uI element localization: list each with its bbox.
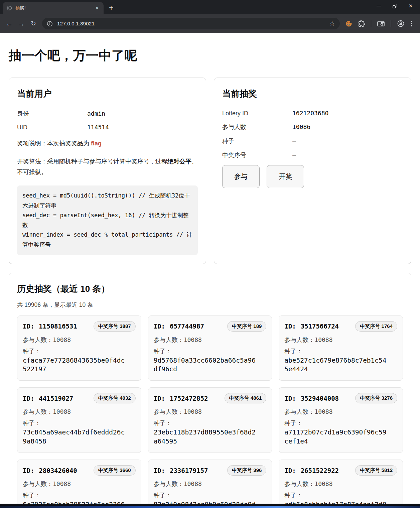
winner-badge: 中奖序号 189	[227, 321, 266, 332]
new-tab-button[interactable]: +	[109, 4, 113, 12]
history-participants-value: 10088	[53, 336, 71, 343]
history-seed-value: 9d5768f0a33cc6602ba66c5a96df96cd	[154, 356, 257, 374]
history-id-value: 441519027	[39, 395, 73, 402]
site-info-icon[interactable]	[47, 21, 53, 27]
history-id-value: 2336179157	[170, 467, 208, 474]
draw-button[interactable]: 开奖	[267, 165, 304, 188]
history-id-label: ID:	[284, 395, 296, 402]
tab-close-icon[interactable]: ✕	[95, 6, 100, 11]
history-participants-label: 参与人数：	[23, 481, 53, 487]
current-user-card: 当前用户 身份 admin UID 114514 奖项说明：本次抽奖奖品为 fl…	[9, 78, 206, 264]
extensions-puzzle-icon[interactable]	[358, 20, 365, 27]
history-seed-value: cfaca77e77286843635be0f4dc522197	[23, 356, 126, 374]
reload-button[interactable]: ↻	[27, 20, 39, 27]
history-participants-label: 参与人数：	[154, 337, 184, 343]
browser-window: 抽奖! ✕ + ✕ ← → ↻ 127.0.0.1:39021 ☆	[0, 0, 420, 508]
window-minimize-button[interactable]	[376, 3, 381, 9]
prize-flag-highlight: flag	[91, 140, 102, 147]
browser-titlebar: 抽奖! ✕ + ✕	[0, 0, 420, 14]
history-card: 历史抽奖（最近 10 条） 共 19906 条，显示最近 10 条 ID:115…	[9, 273, 411, 508]
history-seed-value: 23ebc118b237d889550e3f68d2a64595	[154, 428, 257, 446]
history-id-value: 657744987	[170, 323, 204, 330]
browser-tab[interactable]: 抽奖! ✕	[3, 2, 104, 14]
history-participants-value: 10088	[184, 480, 202, 487]
winner-badge: 中奖序号 4032	[94, 393, 136, 403]
lottery-id-value: 1621203680	[292, 110, 403, 117]
history-item: ID:2651522922中奖序号 5812 参与人数：10088 种子： cd…	[279, 460, 403, 508]
user-card-title: 当前用户	[17, 88, 198, 100]
bookmark-star-icon[interactable]: ☆	[329, 20, 335, 27]
history-id-label: ID:	[23, 467, 34, 474]
url-text[interactable]: 127.0.0.1:39021	[57, 21, 329, 27]
history-participants-value: 10088	[184, 336, 202, 343]
search-side-panel-icon[interactable]	[377, 20, 385, 27]
history-id-label: ID:	[284, 467, 296, 474]
forward-button[interactable]: →	[15, 20, 27, 28]
lottery-id-label: Lottery ID	[222, 110, 292, 117]
seed-row: 种子 –	[222, 137, 403, 145]
history-participants-value: 10088	[314, 408, 332, 415]
history-participants-label: 参与人数：	[23, 337, 53, 343]
history-participants-value: 10088	[314, 480, 332, 487]
history-seed-label: 种子：	[23, 491, 136, 499]
history-seed-label: 种子：	[284, 347, 397, 355]
winner-badge: 中奖序号 3660	[94, 465, 136, 476]
algorithm-bold-text: 绝对公平	[167, 158, 191, 165]
history-grid: ID:1150816531中奖序号 3887 参与人数：10088 种子： cf…	[17, 315, 403, 508]
prize-note-text: 奖项说明：本次抽奖奖品为	[17, 140, 91, 147]
uid-row: UID 114514	[17, 124, 198, 131]
history-participants-label: 参与人数：	[154, 408, 184, 415]
history-participants-value: 10088	[184, 408, 202, 415]
history-participants-label: 参与人数：	[284, 481, 314, 487]
history-seed-label: 种子：	[23, 347, 136, 355]
algorithm-note: 开奖算法：采用随机种子与参与序号计算中奖序号，过程绝对公平、不可操纵。	[17, 156, 198, 178]
winner-badge: 中奖序号 396	[227, 465, 266, 476]
history-id-label: ID:	[23, 323, 34, 330]
screen-bottom-edge	[0, 504, 420, 508]
window-restore-button[interactable]	[392, 3, 397, 9]
history-seed-label: 种子：	[23, 419, 136, 427]
history-seed-label: 种子：	[154, 491, 267, 499]
winner-badge: 中奖序号 1764	[355, 321, 397, 332]
history-seed-value: 73c845a69aec44b7df6eddd26c9a8458	[23, 428, 126, 446]
identity-value: admin	[87, 110, 198, 117]
window-close-button[interactable]: ✕	[408, 3, 413, 9]
history-participants-label: 参与人数：	[154, 481, 184, 487]
winner-badge: 中奖序号 3887	[94, 321, 136, 332]
address-bar[interactable]: 127.0.0.1:39021 ☆	[42, 18, 340, 29]
history-item: ID:1150816531中奖序号 3887 参与人数：10088 种子： cf…	[17, 315, 141, 381]
browser-toolbar: ← → ↻ 127.0.0.1:39021 ☆	[0, 14, 420, 33]
history-seed-label: 种子：	[154, 419, 267, 427]
identity-row: 身份 admin	[17, 110, 198, 118]
algorithm-note-text: 开奖算法：采用随机种子与参与序号计算中奖序号，过程	[17, 158, 167, 165]
winner-badge: 中奖序号 4861	[225, 393, 267, 403]
favicon-globe-icon	[7, 5, 12, 11]
cookie-icon[interactable]	[345, 20, 353, 27]
current-lottery-card: 当前抽奖 Lottery ID 1621203680 参与人数 10086 种子…	[214, 78, 411, 264]
history-seed-value: a71172b07c7d1a9c6390f96c59cef1e4	[284, 428, 387, 446]
uid-value: 114514	[87, 124, 198, 131]
algorithm-code-block: seed_hex = md5(uuid().toString()) // 生成随…	[17, 185, 198, 255]
window-controls: ✕	[369, 3, 420, 9]
participants-row: 参与人数 10086	[222, 123, 403, 131]
history-id-label: ID:	[154, 395, 165, 402]
winner-index-row: 中奖序号 –	[222, 151, 403, 159]
history-participants-value: 10088	[53, 408, 71, 415]
participants-value: 10086	[292, 123, 403, 130]
profile-icon[interactable]	[397, 20, 405, 27]
uid-label: UID	[17, 124, 87, 131]
history-id-label: ID:	[154, 323, 165, 330]
winner-index-label: 中奖序号	[222, 151, 292, 159]
back-button[interactable]: ←	[3, 20, 15, 28]
history-item: ID:657744987中奖序号 189 参与人数：10088 种子： 9d57…	[148, 315, 272, 381]
menu-kebab-icon[interactable]	[410, 20, 413, 27]
history-item: ID:1752472852中奖序号 4861 参与人数：10088 种子： 23…	[148, 387, 272, 453]
tab-title: 抽奖!	[15, 5, 91, 11]
history-id-value: 1150816531	[39, 323, 77, 330]
seed-value: –	[292, 137, 403, 144]
history-id-value: 3517566724	[301, 323, 339, 330]
history-seed-label: 种子：	[284, 491, 397, 499]
seed-label: 种子	[222, 137, 292, 145]
join-button[interactable]: 参与	[222, 165, 260, 188]
history-seed-value: abe527c1c679e876b8c7eb1c545e4424	[284, 356, 387, 374]
